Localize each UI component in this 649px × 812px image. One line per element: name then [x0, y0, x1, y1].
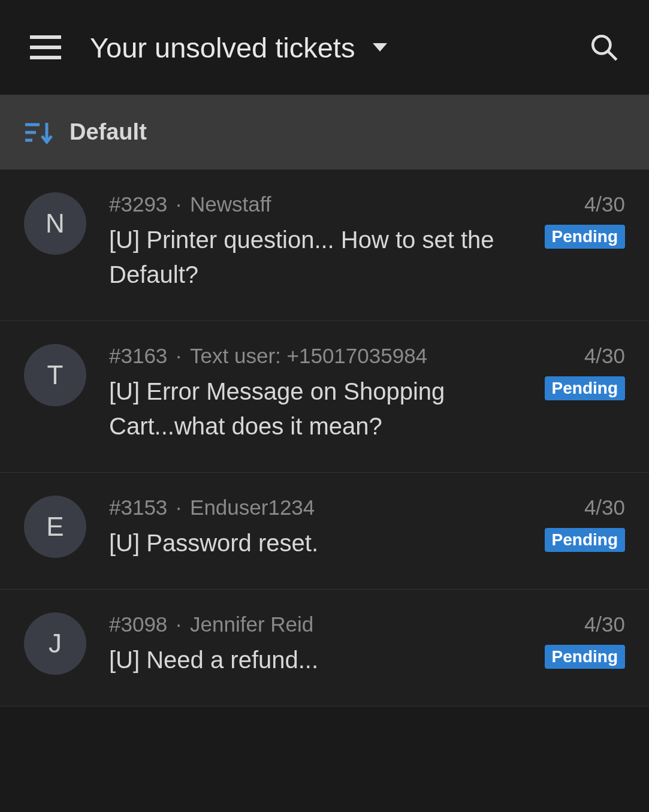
- avatar: N: [24, 192, 86, 255]
- svg-point-0: [593, 36, 610, 53]
- page-title: Your unsolved tickets: [90, 31, 355, 64]
- ticket-row[interactable]: N #3293 · Newstaff 4/30 [U] Printer ques…: [0, 170, 649, 321]
- separator: ·: [176, 192, 182, 216]
- hamburger-menu-button[interactable]: [30, 35, 61, 59]
- ticket-row[interactable]: T #3163 · Text user: +15017035984 4/30 […: [0, 321, 649, 473]
- sort-bar[interactable]: Default: [0, 95, 649, 170]
- ticket-meta-row: #3163 · Text user: +15017035984 4/30: [109, 344, 625, 368]
- status-badge: Pending: [545, 376, 625, 400]
- separator: ·: [176, 344, 182, 368]
- hamburger-icon: [30, 56, 61, 59]
- app-header: Your unsolved tickets: [0, 0, 649, 95]
- svg-line-1: [608, 52, 617, 60]
- ticket-body: #3293 · Newstaff 4/30 [U] Printer questi…: [109, 192, 625, 292]
- ticket-id: #3098: [109, 612, 167, 636]
- ticket-requester: Enduser1234: [190, 496, 315, 520]
- ticket-subject-row: [U] Printer question... How to set the D…: [109, 222, 625, 292]
- ticket-date: 4/30: [584, 496, 625, 520]
- search-button[interactable]: [589, 32, 619, 62]
- ticket-meta: #3163 · Text user: +15017035984: [109, 344, 427, 368]
- ticket-body: #3098 · Jennifer Reid 4/30 [U] Need a re…: [109, 612, 625, 677]
- ticket-subject: [U] Error Message on Shopping Cart...wha…: [109, 374, 527, 443]
- ticket-list: N #3293 · Newstaff 4/30 [U] Printer ques…: [0, 170, 649, 707]
- separator: ·: [176, 496, 182, 520]
- avatar: E: [24, 496, 86, 558]
- ticket-date: 4/30: [584, 344, 625, 368]
- separator: ·: [176, 612, 182, 636]
- ticket-meta: #3098 · Jennifer Reid: [109, 612, 313, 636]
- avatar: J: [24, 612, 86, 675]
- ticket-row[interactable]: J #3098 · Jennifer Reid 4/30 [U] Need a …: [0, 590, 649, 707]
- ticket-meta: #3153 · Enduser1234: [109, 496, 315, 520]
- ticket-id: #3293: [109, 192, 167, 216]
- ticket-meta-row: #3293 · Newstaff 4/30: [109, 192, 625, 216]
- search-icon: [589, 32, 619, 62]
- ticket-body: #3163 · Text user: +15017035984 4/30 [U]…: [109, 344, 625, 443]
- status-badge: Pending: [545, 225, 625, 249]
- ticket-body: #3153 · Enduser1234 4/30 [U] Password re…: [109, 496, 625, 560]
- ticket-id: #3163: [109, 344, 167, 368]
- ticket-id: #3153: [109, 496, 167, 520]
- ticket-meta-row: #3153 · Enduser1234 4/30: [109, 496, 625, 520]
- ticket-requester: Text user: +15017035984: [190, 344, 427, 368]
- hamburger-icon: [30, 35, 61, 39]
- ticket-subject-row: [U] Password reset. Pending: [109, 526, 625, 560]
- ticket-subject-row: [U] Need a refund... Pending: [109, 642, 625, 677]
- sort-icon: [24, 120, 54, 144]
- ticket-subject: [U] Need a refund...: [109, 642, 527, 677]
- avatar: T: [24, 344, 86, 406]
- ticket-meta-row: #3098 · Jennifer Reid 4/30: [109, 612, 625, 636]
- status-badge: Pending: [545, 528, 625, 552]
- chevron-down-icon: [373, 43, 387, 52]
- ticket-meta: #3293 · Newstaff: [109, 192, 271, 216]
- view-selector[interactable]: Your unsolved tickets: [90, 31, 560, 64]
- ticket-date: 4/30: [584, 192, 625, 216]
- ticket-subject-row: [U] Error Message on Shopping Cart...wha…: [109, 374, 625, 443]
- sort-label: Default: [70, 119, 147, 145]
- ticket-date: 4/30: [584, 612, 625, 636]
- ticket-requester: Jennifer Reid: [190, 612, 313, 636]
- status-badge: Pending: [545, 645, 625, 669]
- ticket-subject: [U] Printer question... How to set the D…: [109, 222, 527, 292]
- hamburger-icon: [30, 46, 61, 49]
- ticket-requester: Newstaff: [190, 192, 271, 216]
- ticket-subject: [U] Password reset.: [109, 526, 527, 560]
- ticket-row[interactable]: E #3153 · Enduser1234 4/30 [U] Password …: [0, 473, 649, 590]
